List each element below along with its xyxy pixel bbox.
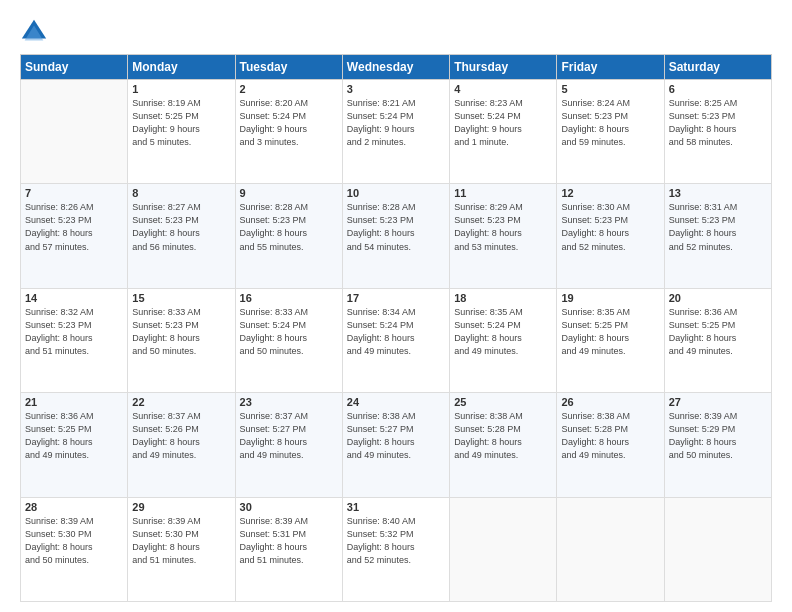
- day-number: 12: [561, 187, 659, 199]
- day-info: Sunrise: 8:33 AM Sunset: 5:23 PM Dayligh…: [132, 306, 230, 358]
- calendar-cell: 14Sunrise: 8:32 AM Sunset: 5:23 PM Dayli…: [21, 288, 128, 392]
- calendar-cell: 25Sunrise: 8:38 AM Sunset: 5:28 PM Dayli…: [450, 393, 557, 497]
- day-number: 15: [132, 292, 230, 304]
- week-row-3: 14Sunrise: 8:32 AM Sunset: 5:23 PM Dayli…: [21, 288, 772, 392]
- week-row-2: 7Sunrise: 8:26 AM Sunset: 5:23 PM Daylig…: [21, 184, 772, 288]
- day-number: 14: [25, 292, 123, 304]
- day-info: Sunrise: 8:39 AM Sunset: 5:31 PM Dayligh…: [240, 515, 338, 567]
- weekday-header-saturday: Saturday: [664, 55, 771, 80]
- calendar-cell: [664, 497, 771, 601]
- day-info: Sunrise: 8:28 AM Sunset: 5:23 PM Dayligh…: [240, 201, 338, 253]
- calendar-cell: 5Sunrise: 8:24 AM Sunset: 5:23 PM Daylig…: [557, 80, 664, 184]
- day-info: Sunrise: 8:34 AM Sunset: 5:24 PM Dayligh…: [347, 306, 445, 358]
- calendar-cell: 13Sunrise: 8:31 AM Sunset: 5:23 PM Dayli…: [664, 184, 771, 288]
- week-row-4: 21Sunrise: 8:36 AM Sunset: 5:25 PM Dayli…: [21, 393, 772, 497]
- day-number: 5: [561, 83, 659, 95]
- day-info: Sunrise: 8:25 AM Sunset: 5:23 PM Dayligh…: [669, 97, 767, 149]
- calendar-cell: [557, 497, 664, 601]
- weekday-header-tuesday: Tuesday: [235, 55, 342, 80]
- calendar-cell: 3Sunrise: 8:21 AM Sunset: 5:24 PM Daylig…: [342, 80, 449, 184]
- day-number: 28: [25, 501, 123, 513]
- day-number: 31: [347, 501, 445, 513]
- week-row-1: 1Sunrise: 8:19 AM Sunset: 5:25 PM Daylig…: [21, 80, 772, 184]
- day-number: 1: [132, 83, 230, 95]
- calendar-cell: 4Sunrise: 8:23 AM Sunset: 5:24 PM Daylig…: [450, 80, 557, 184]
- calendar-cell: 31Sunrise: 8:40 AM Sunset: 5:32 PM Dayli…: [342, 497, 449, 601]
- calendar: SundayMondayTuesdayWednesdayThursdayFrid…: [20, 54, 772, 602]
- day-info: Sunrise: 8:33 AM Sunset: 5:24 PM Dayligh…: [240, 306, 338, 358]
- day-number: 25: [454, 396, 552, 408]
- calendar-cell: 26Sunrise: 8:38 AM Sunset: 5:28 PM Dayli…: [557, 393, 664, 497]
- calendar-cell: 11Sunrise: 8:29 AM Sunset: 5:23 PM Dayli…: [450, 184, 557, 288]
- calendar-cell: 7Sunrise: 8:26 AM Sunset: 5:23 PM Daylig…: [21, 184, 128, 288]
- day-number: 18: [454, 292, 552, 304]
- calendar-cell: 23Sunrise: 8:37 AM Sunset: 5:27 PM Dayli…: [235, 393, 342, 497]
- day-number: 11: [454, 187, 552, 199]
- day-number: 20: [669, 292, 767, 304]
- calendar-cell: 21Sunrise: 8:36 AM Sunset: 5:25 PM Dayli…: [21, 393, 128, 497]
- day-info: Sunrise: 8:36 AM Sunset: 5:25 PM Dayligh…: [25, 410, 123, 462]
- calendar-cell: 18Sunrise: 8:35 AM Sunset: 5:24 PM Dayli…: [450, 288, 557, 392]
- weekday-header-wednesday: Wednesday: [342, 55, 449, 80]
- day-number: 9: [240, 187, 338, 199]
- day-number: 3: [347, 83, 445, 95]
- day-info: Sunrise: 8:37 AM Sunset: 5:26 PM Dayligh…: [132, 410, 230, 462]
- calendar-cell: 30Sunrise: 8:39 AM Sunset: 5:31 PM Dayli…: [235, 497, 342, 601]
- day-info: Sunrise: 8:27 AM Sunset: 5:23 PM Dayligh…: [132, 201, 230, 253]
- day-number: 22: [132, 396, 230, 408]
- day-info: Sunrise: 8:24 AM Sunset: 5:23 PM Dayligh…: [561, 97, 659, 149]
- weekday-header-thursday: Thursday: [450, 55, 557, 80]
- day-number: 10: [347, 187, 445, 199]
- day-info: Sunrise: 8:19 AM Sunset: 5:25 PM Dayligh…: [132, 97, 230, 149]
- calendar-cell: 24Sunrise: 8:38 AM Sunset: 5:27 PM Dayli…: [342, 393, 449, 497]
- calendar-cell: [21, 80, 128, 184]
- weekday-header-monday: Monday: [128, 55, 235, 80]
- day-number: 16: [240, 292, 338, 304]
- weekday-header-row: SundayMondayTuesdayWednesdayThursdayFrid…: [21, 55, 772, 80]
- calendar-cell: 15Sunrise: 8:33 AM Sunset: 5:23 PM Dayli…: [128, 288, 235, 392]
- day-info: Sunrise: 8:40 AM Sunset: 5:32 PM Dayligh…: [347, 515, 445, 567]
- day-number: 29: [132, 501, 230, 513]
- weekday-header-sunday: Sunday: [21, 55, 128, 80]
- day-info: Sunrise: 8:39 AM Sunset: 5:30 PM Dayligh…: [132, 515, 230, 567]
- day-number: 6: [669, 83, 767, 95]
- calendar-cell: 16Sunrise: 8:33 AM Sunset: 5:24 PM Dayli…: [235, 288, 342, 392]
- calendar-cell: 22Sunrise: 8:37 AM Sunset: 5:26 PM Dayli…: [128, 393, 235, 497]
- day-number: 19: [561, 292, 659, 304]
- day-number: 13: [669, 187, 767, 199]
- calendar-cell: 1Sunrise: 8:19 AM Sunset: 5:25 PM Daylig…: [128, 80, 235, 184]
- day-number: 26: [561, 396, 659, 408]
- weekday-header-friday: Friday: [557, 55, 664, 80]
- calendar-cell: 12Sunrise: 8:30 AM Sunset: 5:23 PM Dayli…: [557, 184, 664, 288]
- day-info: Sunrise: 8:31 AM Sunset: 5:23 PM Dayligh…: [669, 201, 767, 253]
- day-number: 4: [454, 83, 552, 95]
- calendar-cell: [450, 497, 557, 601]
- day-number: 24: [347, 396, 445, 408]
- day-info: Sunrise: 8:38 AM Sunset: 5:27 PM Dayligh…: [347, 410, 445, 462]
- logo-icon: [20, 18, 48, 46]
- day-info: Sunrise: 8:35 AM Sunset: 5:25 PM Dayligh…: [561, 306, 659, 358]
- calendar-cell: 28Sunrise: 8:39 AM Sunset: 5:30 PM Dayli…: [21, 497, 128, 601]
- week-row-5: 28Sunrise: 8:39 AM Sunset: 5:30 PM Dayli…: [21, 497, 772, 601]
- calendar-cell: 27Sunrise: 8:39 AM Sunset: 5:29 PM Dayli…: [664, 393, 771, 497]
- day-number: 23: [240, 396, 338, 408]
- header: [20, 18, 772, 46]
- day-number: 21: [25, 396, 123, 408]
- day-info: Sunrise: 8:39 AM Sunset: 5:30 PM Dayligh…: [25, 515, 123, 567]
- calendar-cell: 10Sunrise: 8:28 AM Sunset: 5:23 PM Dayli…: [342, 184, 449, 288]
- day-info: Sunrise: 8:28 AM Sunset: 5:23 PM Dayligh…: [347, 201, 445, 253]
- day-info: Sunrise: 8:32 AM Sunset: 5:23 PM Dayligh…: [25, 306, 123, 358]
- day-info: Sunrise: 8:26 AM Sunset: 5:23 PM Dayligh…: [25, 201, 123, 253]
- calendar-cell: 9Sunrise: 8:28 AM Sunset: 5:23 PM Daylig…: [235, 184, 342, 288]
- calendar-cell: 8Sunrise: 8:27 AM Sunset: 5:23 PM Daylig…: [128, 184, 235, 288]
- day-info: Sunrise: 8:29 AM Sunset: 5:23 PM Dayligh…: [454, 201, 552, 253]
- calendar-cell: 29Sunrise: 8:39 AM Sunset: 5:30 PM Dayli…: [128, 497, 235, 601]
- page: SundayMondayTuesdayWednesdayThursdayFrid…: [0, 0, 792, 612]
- day-info: Sunrise: 8:23 AM Sunset: 5:24 PM Dayligh…: [454, 97, 552, 149]
- day-number: 7: [25, 187, 123, 199]
- day-info: Sunrise: 8:38 AM Sunset: 5:28 PM Dayligh…: [454, 410, 552, 462]
- day-info: Sunrise: 8:30 AM Sunset: 5:23 PM Dayligh…: [561, 201, 659, 253]
- calendar-cell: 17Sunrise: 8:34 AM Sunset: 5:24 PM Dayli…: [342, 288, 449, 392]
- day-info: Sunrise: 8:36 AM Sunset: 5:25 PM Dayligh…: [669, 306, 767, 358]
- day-number: 27: [669, 396, 767, 408]
